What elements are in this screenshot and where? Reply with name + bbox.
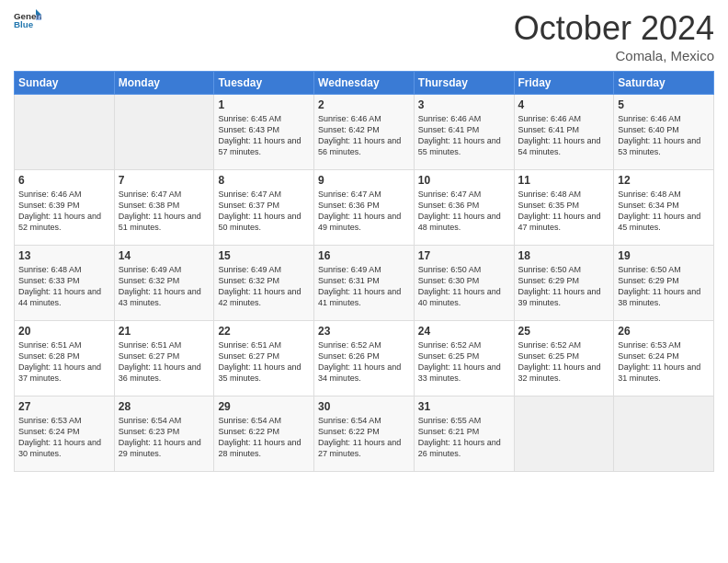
day-number: 10 [418,174,510,187]
calendar-cell: 31Sunrise: 6:55 AMSunset: 6:21 PMDayligh… [414,396,514,472]
day-info: Sunrise: 6:46 AMSunset: 6:42 PMDaylight:… [318,113,410,158]
weekday-header-sunday: Sunday [15,72,115,95]
day-info: Sunrise: 6:47 AMSunset: 6:36 PMDaylight:… [318,189,410,234]
calendar-cell: 20Sunrise: 6:51 AMSunset: 6:28 PMDayligh… [15,321,115,396]
calendar-cell: 9Sunrise: 6:47 AMSunset: 6:36 PMDaylight… [314,170,415,246]
day-info: Sunrise: 6:46 AMSunset: 6:40 PMDaylight:… [618,113,710,158]
calendar-cell: 6Sunrise: 6:46 AMSunset: 6:39 PMDaylight… [15,170,115,246]
calendar-cell: 26Sunrise: 6:53 AMSunset: 6:24 PMDayligh… [614,321,714,396]
month-title: October 2024 [514,9,714,48]
day-info: Sunrise: 6:50 AMSunset: 6:29 PMDaylight:… [518,264,610,309]
weekday-header-wednesday: Wednesday [314,72,415,95]
day-number: 6 [18,174,110,187]
day-info: Sunrise: 6:45 AMSunset: 6:43 PMDaylight:… [218,113,310,158]
calendar-cell: 14Sunrise: 6:49 AMSunset: 6:32 PMDayligh… [114,246,214,321]
calendar-cell [614,396,714,472]
day-info: Sunrise: 6:53 AMSunset: 6:24 PMDaylight:… [618,339,710,385]
calendar-cell: 2Sunrise: 6:46 AMSunset: 6:42 PMDaylight… [314,95,415,170]
calendar-week-1: 1Sunrise: 6:45 AMSunset: 6:43 PMDaylight… [15,95,714,170]
calendar-cell: 23Sunrise: 6:52 AMSunset: 6:26 PMDayligh… [314,321,415,396]
day-info: Sunrise: 6:46 AMSunset: 6:41 PMDaylight:… [518,113,610,158]
calendar-table: SundayMondayTuesdayWednesdayThursdayFrid… [14,71,714,472]
title-block: October 2024 Comala, Mexico [514,9,714,63]
day-info: Sunrise: 6:46 AMSunset: 6:39 PMDaylight:… [18,189,110,234]
day-info: Sunrise: 6:48 AMSunset: 6:33 PMDaylight:… [18,264,110,309]
day-number: 24 [418,325,510,338]
day-number: 16 [318,249,410,262]
day-info: Sunrise: 6:49 AMSunset: 6:31 PMDaylight:… [318,264,410,309]
day-number: 7 [119,174,210,187]
calendar-cell: 17Sunrise: 6:50 AMSunset: 6:30 PMDayligh… [414,246,514,321]
day-number: 1 [218,98,310,111]
logo: General Blue [14,9,41,31]
calendar-cell: 16Sunrise: 6:49 AMSunset: 6:31 PMDayligh… [314,246,415,321]
calendar-cell: 12Sunrise: 6:48 AMSunset: 6:34 PMDayligh… [614,170,714,246]
day-info: Sunrise: 6:54 AMSunset: 6:22 PMDaylight:… [318,415,410,460]
calendar-week-5: 27Sunrise: 6:53 AMSunset: 6:24 PMDayligh… [15,396,714,472]
location-subtitle: Comala, Mexico [514,48,714,63]
calendar-cell: 5Sunrise: 6:46 AMSunset: 6:40 PMDaylight… [614,95,714,170]
page-header: General Blue October 2024 Comala, Mexico [14,9,714,63]
day-info: Sunrise: 6:51 AMSunset: 6:27 PMDaylight:… [119,339,210,385]
calendar-cell: 29Sunrise: 6:54 AMSunset: 6:22 PMDayligh… [214,396,314,472]
day-info: Sunrise: 6:54 AMSunset: 6:22 PMDaylight:… [218,415,310,460]
weekday-header-tuesday: Tuesday [214,72,314,95]
calendar-cell: 3Sunrise: 6:46 AMSunset: 6:41 PMDaylight… [414,95,514,170]
day-number: 30 [318,400,410,413]
day-info: Sunrise: 6:48 AMSunset: 6:35 PMDaylight:… [518,189,610,234]
calendar-cell: 30Sunrise: 6:54 AMSunset: 6:22 PMDayligh… [314,396,415,472]
day-info: Sunrise: 6:47 AMSunset: 6:37 PMDaylight:… [218,189,310,234]
weekday-header-saturday: Saturday [614,72,714,95]
day-number: 26 [618,325,710,338]
day-number: 20 [18,325,110,338]
day-info: Sunrise: 6:52 AMSunset: 6:26 PMDaylight:… [318,339,410,385]
day-number: 9 [318,174,410,187]
day-number: 11 [518,174,610,187]
day-number: 19 [618,249,710,262]
calendar-cell: 19Sunrise: 6:50 AMSunset: 6:29 PMDayligh… [614,246,714,321]
day-info: Sunrise: 6:50 AMSunset: 6:30 PMDaylight:… [418,264,510,309]
svg-text:Blue: Blue [14,19,34,29]
calendar-cell: 25Sunrise: 6:52 AMSunset: 6:25 PMDayligh… [514,321,614,396]
day-number: 13 [18,249,110,262]
day-number: 22 [218,325,310,338]
logo-icon: General Blue [14,9,41,31]
calendar-cell: 21Sunrise: 6:51 AMSunset: 6:27 PMDayligh… [114,321,214,396]
calendar-cell: 15Sunrise: 6:49 AMSunset: 6:32 PMDayligh… [214,246,314,321]
calendar-cell: 27Sunrise: 6:53 AMSunset: 6:24 PMDayligh… [15,396,115,472]
day-number: 15 [218,249,310,262]
calendar-cell: 24Sunrise: 6:52 AMSunset: 6:25 PMDayligh… [414,321,514,396]
day-number: 25 [518,325,610,338]
calendar-cell: 8Sunrise: 6:47 AMSunset: 6:37 PMDaylight… [214,170,314,246]
calendar-header: SundayMondayTuesdayWednesdayThursdayFrid… [15,72,714,95]
day-number: 21 [119,325,210,338]
day-number: 31 [418,400,510,413]
day-number: 8 [218,174,310,187]
day-number: 29 [218,400,310,413]
calendar-cell: 11Sunrise: 6:48 AMSunset: 6:35 PMDayligh… [514,170,614,246]
day-number: 5 [618,98,710,111]
day-info: Sunrise: 6:47 AMSunset: 6:38 PMDaylight:… [119,189,210,234]
day-number: 4 [518,98,610,111]
day-number: 28 [119,400,210,413]
calendar-cell: 1Sunrise: 6:45 AMSunset: 6:43 PMDaylight… [214,95,314,170]
day-info: Sunrise: 6:49 AMSunset: 6:32 PMDaylight:… [218,264,310,309]
day-number: 18 [518,249,610,262]
weekday-row: SundayMondayTuesdayWednesdayThursdayFrid… [15,72,714,95]
calendar-cell: 4Sunrise: 6:46 AMSunset: 6:41 PMDaylight… [514,95,614,170]
day-info: Sunrise: 6:52 AMSunset: 6:25 PMDaylight:… [518,339,610,385]
svg-marker-3 [36,15,41,20]
calendar-cell: 13Sunrise: 6:48 AMSunset: 6:33 PMDayligh… [15,246,115,321]
calendar-cell [15,95,115,170]
calendar-cell: 22Sunrise: 6:51 AMSunset: 6:27 PMDayligh… [214,321,314,396]
day-info: Sunrise: 6:54 AMSunset: 6:23 PMDaylight:… [119,415,210,460]
day-info: Sunrise: 6:55 AMSunset: 6:21 PMDaylight:… [418,415,510,460]
day-info: Sunrise: 6:49 AMSunset: 6:32 PMDaylight:… [119,264,210,309]
day-info: Sunrise: 6:53 AMSunset: 6:24 PMDaylight:… [18,415,110,460]
weekday-header-friday: Friday [514,72,614,95]
calendar-cell [514,396,614,472]
day-number: 14 [119,249,210,262]
day-number: 27 [18,400,110,413]
calendar-cell: 10Sunrise: 6:47 AMSunset: 6:36 PMDayligh… [414,170,514,246]
weekday-header-monday: Monday [114,72,214,95]
